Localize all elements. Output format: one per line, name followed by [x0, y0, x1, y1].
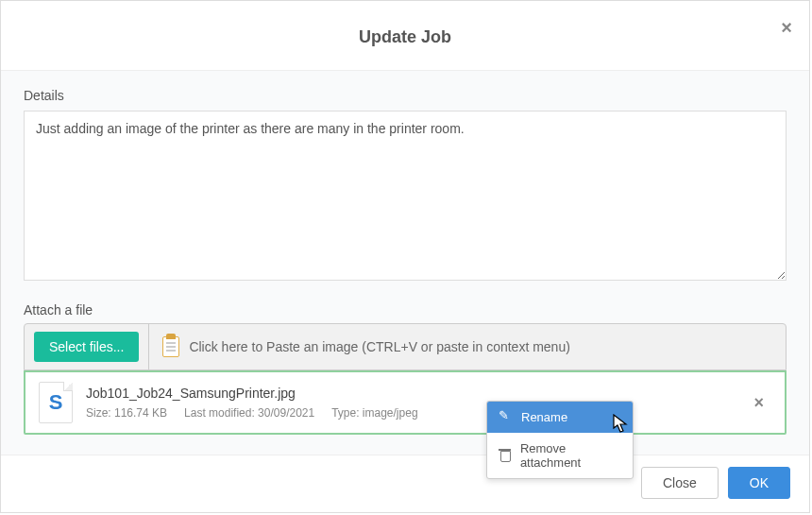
file-modified: Last modified: 30/09/2021 [184, 406, 314, 420]
context-rename[interactable]: Rename [487, 402, 633, 433]
file-type: Type: image/jpeg [331, 406, 417, 420]
modal-footer: Close OK [1, 455, 809, 512]
pencil-icon [499, 411, 512, 424]
attach-toolbar: Select files... Click here to Paste an i… [24, 323, 787, 370]
details-label: Details [24, 88, 787, 103]
file-context-menu: Rename Remove attachment [486, 401, 634, 479]
close-icon[interactable]: × [781, 18, 792, 37]
file-thumb-letter: S [49, 390, 63, 415]
details-textarea[interactable] [24, 111, 787, 281]
modal-title: Update Job [20, 27, 790, 47]
select-files-button[interactable]: Select files... [34, 332, 139, 362]
context-rename-label: Rename [521, 410, 567, 424]
file-info: Job101_Job24_SamsungPrinter.jpg Size: 11… [86, 386, 733, 420]
attach-label: Attach a file [24, 302, 787, 318]
update-job-modal: Update Job × Details Attach a file Selec… [0, 0, 810, 513]
paste-hint-text: Click here to Paste an image (CTRL+V or … [189, 339, 569, 354]
modal-body: Details Attach a file Select files... Cl… [1, 70, 809, 455]
clipboard-icon [162, 336, 179, 357]
file-size: Size: 116.74 KB [86, 406, 167, 420]
paste-area[interactable]: Click here to Paste an image (CTRL+V or … [149, 324, 786, 369]
file-name: Job101_Job24_SamsungPrinter.jpg [86, 386, 733, 401]
close-button[interactable]: Close [641, 467, 719, 499]
context-remove-attachment[interactable]: Remove attachment [487, 433, 633, 478]
trash-icon [499, 449, 511, 462]
modal-header: Update Job × [1, 1, 809, 70]
attached-file-card[interactable]: S Job101_Job24_SamsungPrinter.jpg Size: … [24, 370, 787, 435]
select-files-wrap: Select files... [25, 324, 149, 369]
ok-button[interactable]: OK [728, 467, 790, 499]
file-thumbnail-icon: S [39, 382, 73, 423]
context-remove-label: Remove attachment [520, 441, 621, 470]
file-meta: Size: 116.74 KB Last modified: 30/09/202… [86, 406, 733, 420]
file-remove-button[interactable]: × [746, 390, 771, 415]
